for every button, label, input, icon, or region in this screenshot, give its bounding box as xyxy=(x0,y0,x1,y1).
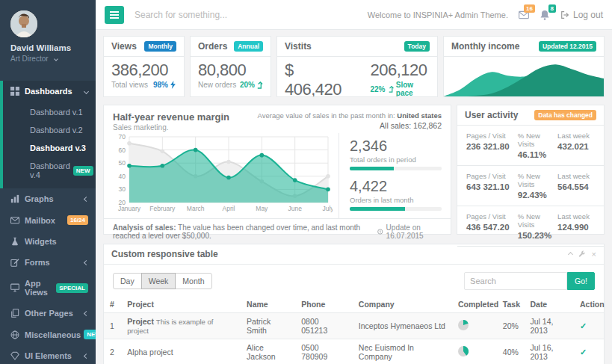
column-header-name[interactable]: Name xyxy=(241,296,295,313)
sidebar-badge: NEW xyxy=(73,166,93,176)
table-header-row: #ProjectNamePhoneCompanyCompletedTaskDat… xyxy=(104,296,604,313)
alerts-count-badge: 8 xyxy=(548,4,556,13)
ua-value: 46.11% xyxy=(518,150,557,159)
revenue-line-chart: 203040506070JanuaryFebruaryMarchAprilMay… xyxy=(113,133,333,214)
cell-task: 40% xyxy=(497,339,525,364)
column-header-task[interactable]: Task xyxy=(497,296,525,313)
ua-column-label: % New Visits xyxy=(518,212,557,229)
cell-phone: 0500 780909 xyxy=(295,339,353,364)
analysis-text: Analysis of sales: The value has been ch… xyxy=(113,223,377,240)
sidebar-item-miscellaneous[interactable]: MiscellaneousNEW xyxy=(0,324,96,345)
cell-name: Alice Jackson xyxy=(241,339,295,364)
profile-block: David Williams Art Director xyxy=(0,0,96,70)
sidebar-subitem-dashboard-v-4[interactable]: Dashboard v.4NEW xyxy=(3,157,96,184)
cell-date: Jul 16, 2013 xyxy=(524,339,574,364)
sidebar-badge: SPECIAL xyxy=(56,283,88,293)
ua-value: 150.23% xyxy=(518,231,557,240)
monthly-badge: Monthly xyxy=(144,41,176,52)
column-header-date[interactable]: Date xyxy=(524,296,574,313)
search-go-button[interactable]: Go! xyxy=(567,272,595,290)
column-header-company[interactable]: Company xyxy=(353,296,452,313)
column-header-phone[interactable]: Phone xyxy=(295,296,353,313)
collapse-icon[interactable] xyxy=(566,253,572,256)
sidebar: David Williams Art Director DashboardsDa… xyxy=(0,0,96,364)
views-metric: 98% xyxy=(153,81,176,89)
chevron-left-icon xyxy=(84,259,89,265)
cell-name: Patrick Smith xyxy=(241,313,295,339)
completed-pie-chart xyxy=(458,346,469,357)
alerts-icon[interactable]: 8 xyxy=(540,10,550,20)
orders-month-value: 4,422 xyxy=(350,178,442,195)
messages-icon[interactable]: 16 xyxy=(519,10,529,20)
close-icon[interactable]: × xyxy=(592,250,596,259)
ua-value: 436 547.20 xyxy=(466,223,518,232)
ua-value: 124.990 xyxy=(557,223,595,232)
cell-phone: 0800 051213 xyxy=(295,313,353,339)
sidebar-item-widgets[interactable]: Widgets xyxy=(0,231,96,252)
ua-value: 564.554 xyxy=(557,182,595,191)
check-icon: ✓ xyxy=(580,321,587,330)
ua-column-label: Last week xyxy=(557,172,595,180)
cell-date: Jul 14, 2013 xyxy=(524,313,574,339)
sidebar-item-dashboards[interactable]: Dashboards xyxy=(3,81,96,102)
cell-action[interactable]: ✓ xyxy=(574,313,604,339)
svg-text:April: April xyxy=(222,205,235,212)
user-name[interactable]: David Williams xyxy=(10,43,96,52)
table-row[interactable]: 2Alpha projectAlice Jackson0500 780909Ne… xyxy=(104,339,604,364)
data-changed-badge: Data has changed xyxy=(534,110,596,120)
orders-month-label: Orders in last month xyxy=(350,196,442,204)
settings-wrench-icon[interactable] xyxy=(578,250,586,258)
sidebar-subitem-dashboard-v-1[interactable]: Dashboard v.1 xyxy=(3,103,96,121)
range-button-month[interactable]: Month xyxy=(175,273,211,289)
column-header-action[interactable]: Action xyxy=(574,296,604,313)
menu-toggle-button[interactable] xyxy=(105,6,124,24)
range-button-day[interactable]: Day xyxy=(113,273,142,289)
topbar: Welcome to INSPINIA+ Admin Theme. 16 8 xyxy=(96,0,612,30)
ua-value: 432.021 xyxy=(557,142,595,151)
sidebar-item-graphs[interactable]: Graphs xyxy=(0,188,96,209)
table-search-input[interactable] xyxy=(464,272,567,290)
custom-table-panel: Custom responsive table × DayWeekMonth xyxy=(103,244,605,364)
svg-text:50: 50 xyxy=(119,159,126,167)
bolt-icon xyxy=(170,81,176,89)
sidebar-item-ui-elements[interactable]: UI Elements xyxy=(0,345,96,364)
svg-text:May: May xyxy=(256,205,268,212)
monthly-income-area-chart xyxy=(444,57,604,97)
views-value: 386,200 xyxy=(111,61,176,80)
column-header--[interactable]: # xyxy=(104,296,121,313)
table-search: Go! xyxy=(464,272,595,290)
user-activity-row: Pages / Visit236 321.80% New Visits46.11… xyxy=(457,126,604,166)
logout-button[interactable]: Log out xyxy=(560,10,603,20)
revenue-margin-panel: Half-year revenue margin Sales marketing… xyxy=(103,105,451,235)
panel-title: Orders xyxy=(198,41,227,52)
sidebar-subitem-dashboard-v-2[interactable]: Dashboard v.2 xyxy=(3,121,96,139)
sidebar-item-other-pages[interactable]: Other Pages xyxy=(0,303,96,324)
ua-value: 236 321.80 xyxy=(466,142,518,151)
avatar[interactable] xyxy=(10,10,37,37)
flask-icon xyxy=(10,237,19,246)
sidebar-nav: DashboardsDashboard v.1Dashboard v.2Dash… xyxy=(0,81,96,364)
user-activity-panel: User activity Data has changed Pages / V… xyxy=(457,105,605,235)
sidebar-subitem-dashboard-v-3[interactable]: Dashboard v.3 xyxy=(3,139,96,157)
level-up-icon xyxy=(256,81,263,89)
search-input[interactable] xyxy=(135,10,368,20)
column-header-project[interactable]: Project xyxy=(121,296,241,313)
user-role[interactable]: Art Director xyxy=(10,55,96,63)
svg-text:February: February xyxy=(149,205,176,212)
sidebar-item-app-views[interactable]: App ViewsSPECIAL xyxy=(0,273,96,303)
sidebar-badge: 16/24 xyxy=(67,215,88,225)
orders-metric: 20% xyxy=(240,81,263,89)
sidebar-item-mailbox[interactable]: Mailbox16/24 xyxy=(0,209,96,231)
sidebar-item-forms[interactable]: Forms xyxy=(0,252,96,273)
cell-action[interactable]: ✓ xyxy=(574,339,604,364)
svg-text:70: 70 xyxy=(119,133,126,141)
th-large-icon xyxy=(10,87,19,96)
range-button-week[interactable]: Week xyxy=(141,273,176,289)
table-row[interactable]: 1Project This is example of projectPatri… xyxy=(104,313,604,339)
cell-company: Inceptos Hymenaeos Ltd xyxy=(353,313,452,339)
orders-period-progressbar xyxy=(350,167,442,170)
cell-num: 2 xyxy=(104,339,121,364)
globe-icon xyxy=(10,330,19,339)
column-header-completed[interactable]: Completed xyxy=(452,296,497,313)
check-icon: ✓ xyxy=(580,348,587,357)
